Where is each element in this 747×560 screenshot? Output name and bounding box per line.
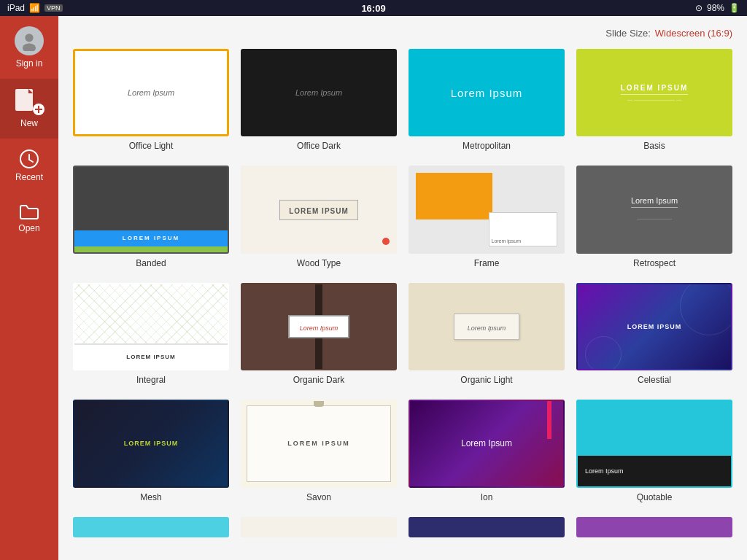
thumb-text-office-light: Lorem Ipsum bbox=[128, 88, 174, 97]
thumb-retrospect: Lorem Ipsum ———————— bbox=[576, 166, 732, 253]
recent-label: Recent bbox=[15, 172, 43, 182]
thumb-text-ion: Lorem Ipsum bbox=[461, 438, 512, 448]
template-name-banded: Banded bbox=[136, 258, 166, 268]
status-time: 16:09 bbox=[361, 3, 385, 14]
thumb-text-metropolitan: Lorem Ipsum bbox=[451, 87, 523, 99]
template-retrospect[interactable]: Lorem Ipsum ———————— Retrospect bbox=[576, 166, 732, 268]
thumb-text-office-dark: Lorem Ipsum bbox=[295, 88, 342, 97]
template-frame[interactable]: Lorem ipsum Frame bbox=[409, 166, 565, 268]
thumb-wood-type: LOREM IPSUM bbox=[241, 166, 397, 253]
thumb-text-integral: LOREM IPSUM bbox=[126, 354, 175, 360]
thumb-text-mesh: LOREM IPSUM bbox=[124, 440, 179, 447]
template-basis[interactable]: LOREM IPSUM — ———————— — Basis bbox=[576, 49, 732, 151]
template-office-light[interactable]: Lorem Ipsum Office Light bbox=[73, 49, 229, 151]
thumb-text-organic-light: Lorem Ipsum bbox=[468, 324, 506, 332]
template-name-quotable: Quotable bbox=[637, 492, 673, 502]
bottom-thumb-3[interactable] bbox=[409, 517, 565, 537]
thumb-frame: Lorem ipsum bbox=[409, 166, 565, 253]
template-name-ion: Ion bbox=[481, 492, 493, 502]
sidebar-item-new[interactable]: New bbox=[0, 79, 58, 139]
sidebar: Sign in New bbox=[0, 16, 58, 560]
template-name-organic-light: Organic Light bbox=[460, 375, 512, 385]
thumb-accent-ion bbox=[547, 401, 551, 439]
bottom-partial-row bbox=[73, 517, 732, 537]
thumb-basis: LOREM IPSUM — ———————— — bbox=[576, 49, 732, 136]
template-savon[interactable]: LOREM IPSUM Savon bbox=[241, 400, 397, 502]
template-name-office-dark: Office Dark bbox=[297, 141, 341, 151]
template-organic-light[interactable]: Lorem Ipsum Organic Light bbox=[409, 283, 565, 385]
template-name-mesh: Mesh bbox=[140, 492, 161, 502]
thumb-mesh: LOREM IPSUM bbox=[73, 400, 229, 487]
content-area: Slide Size: Widescreen (16:9) Lorem Ipsu… bbox=[58, 16, 747, 560]
template-organic-dark[interactable]: Lorem Ipsum Organic Dark bbox=[241, 283, 397, 385]
signin-label: Sign in bbox=[16, 58, 43, 69]
thumb-text-frame: Lorem ipsum bbox=[492, 238, 521, 244]
template-name-savon: Savon bbox=[306, 492, 331, 502]
template-name-office-light: Office Light bbox=[129, 141, 173, 151]
template-office-dark[interactable]: Lorem Ipsum Office Dark bbox=[241, 49, 397, 151]
thumb-quotable: Lorem Ipsum bbox=[576, 400, 732, 487]
new-icon bbox=[14, 89, 44, 115]
template-celestial[interactable]: LOREM IPSUM Celestial bbox=[576, 283, 732, 385]
template-name-metropolitan: Metropolitan bbox=[462, 141, 511, 151]
template-name-basis: Basis bbox=[643, 141, 665, 151]
thumb-text-savon: LOREM IPSUM bbox=[287, 440, 350, 447]
thumb-clip-savon bbox=[314, 401, 324, 407]
thumb-metropolitan: Lorem Ipsum bbox=[409, 49, 565, 136]
wifi-icon: 📶 bbox=[29, 3, 40, 13]
thumb-integral: LOREM IPSUM bbox=[73, 283, 229, 370]
template-name-organic-dark: Organic Dark bbox=[293, 375, 345, 385]
thumb-circle1-celestial bbox=[680, 283, 732, 335]
template-ion[interactable]: Lorem Ipsum Ion bbox=[409, 400, 565, 502]
thumb-text-basis: LOREM IPSUM bbox=[621, 84, 689, 95]
template-quotable[interactable]: Lorem Ipsum Quotable bbox=[576, 400, 732, 502]
battery-pct: 98% bbox=[707, 3, 724, 13]
app-container: Sign in New bbox=[0, 16, 747, 560]
thumb-text-organic-dark: Lorem Ipsum bbox=[300, 324, 338, 332]
thumb-office-light: Lorem Ipsum bbox=[73, 49, 229, 136]
thumb-text-celestial: LOREM IPSUM bbox=[627, 323, 682, 330]
thumb-pattern-integral bbox=[74, 284, 228, 343]
templates-grid: Lorem Ipsum Office Light Lorem Ipsum Off… bbox=[73, 49, 732, 502]
template-mesh[interactable]: LOREM IPSUM Mesh bbox=[73, 400, 229, 502]
sidebar-item-open[interactable]: Open bbox=[0, 192, 58, 244]
thumb-ion: Lorem Ipsum bbox=[409, 400, 565, 487]
thumb-dot-wood-type bbox=[382, 238, 390, 245]
template-integral[interactable]: LOREM IPSUM Integral bbox=[73, 283, 229, 385]
template-name-wood-type: Wood Type bbox=[297, 258, 341, 268]
thumb-sub-retrospect: ———————— bbox=[637, 217, 672, 221]
status-bar: iPad 📶 VPN 16:09 ⊙ 98% 🔋 bbox=[0, 0, 747, 16]
sidebar-item-recent[interactable]: Recent bbox=[0, 139, 58, 192]
thumb-organic-light: Lorem Ipsum bbox=[409, 283, 565, 370]
bottom-thumb-1[interactable] bbox=[73, 517, 229, 537]
svg-point-1 bbox=[23, 44, 36, 52]
template-name-integral: Integral bbox=[136, 375, 166, 385]
template-name-celestial: Celestial bbox=[638, 375, 671, 385]
slide-size-value[interactable]: Widescreen (16:9) bbox=[655, 28, 732, 39]
avatar bbox=[15, 26, 44, 55]
template-banded[interactable]: LOREM IPSUM Banded bbox=[73, 166, 229, 268]
sidebar-item-signin[interactable]: Sign in bbox=[0, 16, 58, 79]
thumb-office-dark: Lorem Ipsum bbox=[241, 49, 397, 136]
open-icon bbox=[19, 203, 39, 223]
thumb-text-retrospect: Lorem Ipsum bbox=[631, 196, 678, 208]
bottom-thumb-4[interactable] bbox=[576, 517, 732, 537]
new-label: New bbox=[20, 118, 38, 128]
bottom-thumb-2[interactable] bbox=[241, 517, 397, 537]
thumb-organic-dark: Lorem Ipsum bbox=[241, 283, 397, 370]
vpn-badge: VPN bbox=[44, 4, 63, 12]
open-label: Open bbox=[18, 223, 39, 233]
recent-icon bbox=[19, 149, 39, 172]
template-metropolitan[interactable]: Lorem Ipsum Metropolitan bbox=[409, 49, 565, 151]
thumb-text-wood-type: LOREM IPSUM bbox=[289, 207, 349, 215]
template-wood-type[interactable]: LOREM IPSUM Wood Type bbox=[241, 166, 397, 268]
status-left: iPad 📶 VPN bbox=[7, 3, 63, 13]
thumb-banded: LOREM IPSUM bbox=[73, 166, 229, 253]
template-name-frame: Frame bbox=[474, 258, 500, 268]
template-name-retrospect: Retrospect bbox=[633, 258, 676, 268]
thumb-savon: LOREM IPSUM bbox=[241, 400, 397, 487]
slide-size-label: Slide Size: bbox=[605, 28, 650, 39]
thumb-circle2-celestial bbox=[585, 336, 622, 370]
slide-size-bar: Slide Size: Widescreen (16:9) bbox=[73, 28, 732, 39]
thumb-celestial: LOREM IPSUM bbox=[576, 283, 732, 370]
